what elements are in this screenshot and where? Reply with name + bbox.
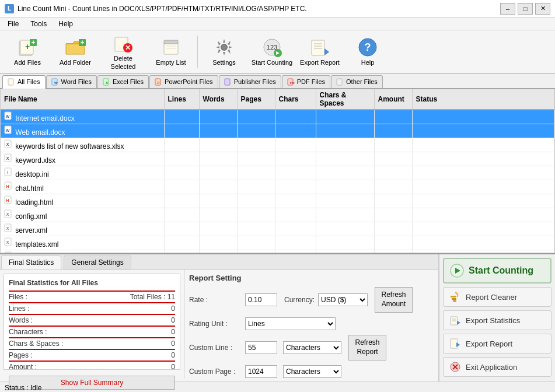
cell-lines	[164, 180, 199, 194]
stat-chars-label: Characters :	[9, 328, 47, 336]
svg-text:✕: ✕	[125, 44, 131, 52]
tab-word-files[interactable]: W Word Files	[46, 75, 97, 88]
table-row[interactable]: X server.xml	[1, 222, 554, 236]
stats-tab-general[interactable]: General Settings	[64, 256, 131, 270]
stat-files-value: Total Files : 11	[130, 293, 175, 301]
currency-select[interactable]: USD ($) EUR (€) GBP (£)	[318, 293, 368, 306]
tab-pdf-files[interactable]: PDF PDF Files	[282, 75, 330, 88]
cell-words	[199, 236, 237, 250]
export-report-right-button[interactable]: Export Report	[443, 334, 551, 354]
svg-text:?: ?	[365, 41, 371, 53]
tab-all-files[interactable]: All Files	[2, 75, 46, 89]
cell-lines	[164, 138, 199, 152]
divider-2	[9, 302, 175, 303]
tab-publisher-files-label: Publisher Files	[234, 78, 276, 85]
custom-page-unit-select[interactable]: Characters Words Lines	[283, 365, 341, 378]
table-row[interactable]: X keywords list of new softwares.xlsx	[1, 138, 554, 152]
stats-tabs: Final Statistics General Settings	[0, 254, 438, 270]
close-button[interactable]: ✕	[535, 3, 550, 15]
custom-line-input[interactable]	[245, 341, 277, 354]
cell-lines	[164, 166, 199, 180]
start-counting-button[interactable]: 123 Start Counting	[249, 33, 295, 71]
status-text: Status : Idle	[5, 384, 41, 392]
all-files-tab-icon	[8, 78, 16, 86]
delete-selected-button[interactable]: ✕ Delete Selected	[100, 33, 146, 71]
cell-filename: X keywords list of new softwares.xlsx	[1, 138, 164, 152]
stat-chars-spaces: Chars & Spaces : 0	[9, 340, 175, 348]
table-row[interactable]: X keyword.xlsx	[1, 152, 554, 166]
add-folder-button[interactable]: + Add Folder	[53, 33, 98, 71]
final-stats-area: Final Statistics for All Files Files : T…	[0, 270, 184, 378]
report-cleaner-button[interactable]: Report Cleaner	[443, 287, 551, 307]
toolbar: + + Add Files + Add Folder ✕ D	[0, 30, 555, 74]
svg-text:+: +	[25, 42, 30, 51]
table-row[interactable]: I desktop.ini	[1, 166, 554, 180]
cell-status	[412, 236, 554, 250]
tab-excel-files[interactable]: X Excel Files	[97, 75, 149, 88]
tab-publisher-files[interactable]: Publisher Files	[219, 75, 281, 88]
menu-help[interactable]: Help	[53, 18, 78, 30]
minimize-button[interactable]: –	[500, 3, 515, 15]
menu-tools[interactable]: Tools	[25, 18, 52, 30]
export-statistics-button[interactable]: Export Statistics	[443, 310, 551, 330]
cell-chars-spaces	[316, 208, 374, 222]
settings-button[interactable]: Settings	[201, 33, 247, 71]
export-statistics-label: Export Statistics	[466, 316, 520, 325]
svg-text:X: X	[6, 212, 9, 216]
rating-unit-select[interactable]: Lines Words Characters	[245, 317, 336, 330]
refresh-report-button[interactable]: RefreshReport	[348, 335, 386, 360]
rate-input[interactable]	[245, 293, 277, 306]
cell-status	[412, 124, 554, 138]
tab-excel-files-label: Excel Files	[113, 78, 144, 85]
exit-application-button[interactable]: Exit Application	[443, 357, 551, 377]
cell-pages	[237, 222, 275, 236]
svg-text:X: X	[6, 240, 9, 244]
right-start-icon	[450, 264, 464, 278]
table-row[interactable]: H loading.html	[1, 194, 554, 208]
stat-amount-value: 0	[171, 363, 175, 371]
cell-chars	[275, 194, 316, 208]
table-row[interactable]: X templates.xml	[1, 236, 554, 250]
menu-file[interactable]: File	[2, 18, 24, 30]
cell-filename: X keyword.xlsx	[1, 152, 164, 166]
toolbar-separator-1	[197, 36, 198, 68]
add-files-button[interactable]: + + Add Files	[5, 33, 50, 71]
cell-chars-spaces	[316, 236, 374, 250]
stats-tab-final[interactable]: Final Statistics	[1, 256, 61, 270]
cell-chars	[275, 110, 316, 124]
custom-page-row: Custom Page : Characters Words Lines	[189, 365, 434, 378]
title-bar: L Line Count Mini - Count Lines in DOC/X…	[0, 0, 555, 18]
custom-page-input[interactable]	[245, 365, 277, 378]
settings-icon	[214, 37, 235, 58]
title-bar-left: L Line Count Mini - Count Lines in DOC/X…	[5, 4, 307, 13]
cell-amount	[374, 208, 412, 222]
empty-list-button[interactable]: Empty List	[148, 33, 194, 71]
tab-powerpoint-files[interactable]: P PowerPoint Files	[149, 75, 218, 88]
divider-4	[9, 326, 175, 327]
empty-list-label: Empty List	[156, 59, 186, 66]
maximize-button[interactable]: □	[518, 3, 533, 15]
cell-words	[199, 194, 237, 208]
right-start-counting-button[interactable]: Start Counting	[443, 258, 551, 284]
svg-rect-61	[451, 296, 456, 298]
svg-rect-33	[225, 79, 230, 85]
cell-lines	[164, 110, 199, 124]
table-row[interactable]: H chat.html	[1, 180, 554, 194]
export-report-button[interactable]: Export Report	[297, 33, 343, 71]
table-row[interactable]: X config.xml	[1, 208, 554, 222]
table-row[interactable]: W Web email.docx	[1, 124, 554, 138]
export-statistics-icon	[449, 314, 461, 326]
help-button[interactable]: ? Help	[345, 33, 390, 71]
start-counting-icon: 123	[261, 37, 282, 58]
col-status: Status	[412, 89, 554, 110]
custom-line-unit-select[interactable]: Characters Words Lines	[283, 341, 341, 354]
table-row[interactable]: W Internet email.docx	[1, 110, 554, 124]
cell-status	[412, 222, 554, 236]
cell-filename: I desktop.ini	[1, 166, 164, 180]
title-text: Line Count Mini - Count Lines in DOC/XLS…	[18, 5, 307, 13]
tab-pdf-files-label: PDF Files	[297, 78, 325, 85]
col-amount: Amount	[374, 89, 412, 110]
tab-other-files[interactable]: Other Files	[331, 75, 383, 88]
exit-application-label: Exit Application	[466, 363, 517, 372]
refresh-amount-button[interactable]: RefreshAmount	[375, 287, 413, 313]
